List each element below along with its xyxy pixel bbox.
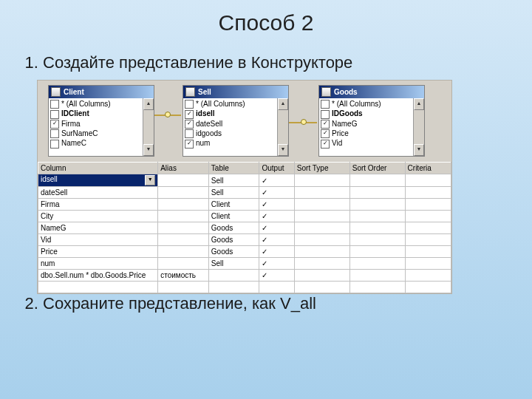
cell-criteria[interactable] — [405, 199, 451, 211]
scroll-down-icon[interactable]: ▼ — [414, 144, 424, 156]
header-criteria[interactable]: Criteria — [405, 163, 451, 174]
column-item[interactable]: Firma — [50, 119, 141, 129]
cell-sort-type[interactable] — [294, 222, 349, 234]
cell-criteria[interactable] — [405, 282, 451, 293]
cell-column[interactable]: Price — [38, 246, 158, 258]
grid-row[interactable]: PriceGoods✓ — [38, 246, 451, 258]
checkbox-icon[interactable] — [185, 120, 194, 129]
cell-alias[interactable] — [158, 222, 209, 234]
checkbox-icon[interactable] — [50, 110, 59, 119]
cell-output[interactable]: ✓ — [259, 187, 294, 199]
cell-sort-type[interactable] — [294, 246, 349, 258]
cell-alias[interactable] — [158, 258, 209, 270]
cell-table[interactable] — [208, 282, 259, 293]
header-sort-type[interactable]: Sort Type — [294, 163, 349, 174]
scroll-down-icon[interactable]: ▼ — [278, 144, 288, 156]
cell-output[interactable]: ✓ — [259, 270, 294, 282]
cell-column[interactable]: City — [38, 211, 158, 222]
cell-table[interactable]: Goods — [208, 246, 259, 258]
cell-alias[interactable] — [158, 187, 209, 199]
table-goods[interactable]: Goods * (All Columns)IDGoodsNameGPriceVi… — [318, 85, 425, 157]
checkbox-icon[interactable] — [321, 110, 330, 119]
cell-column[interactable]: num — [38, 258, 158, 270]
cell-table[interactable]: Client — [208, 199, 259, 211]
column-item[interactable]: IDClient — [50, 109, 141, 118]
checkbox-icon[interactable] — [185, 140, 194, 149]
checkbox-icon[interactable] — [321, 100, 330, 109]
table-client-columns[interactable]: * (All Columns)IDClientFirmaSurNameCName… — [49, 98, 143, 156]
cell-sort-type[interactable] — [294, 282, 349, 293]
scrollbar[interactable]: ▲ ▼ — [143, 98, 154, 156]
cell-criteria[interactable] — [405, 211, 451, 222]
cell-table[interactable] — [208, 270, 259, 282]
checkbox-icon[interactable] — [185, 129, 194, 138]
cell-sort-type[interactable] — [294, 258, 349, 270]
table-sell[interactable]: Sell * (All Columns)idselldateSellidgood… — [183, 85, 289, 157]
checkbox-icon[interactable] — [50, 129, 59, 138]
scrollbar[interactable]: ▲ ▼ — [413, 98, 424, 156]
cell-output[interactable]: ✓ — [259, 246, 294, 258]
cell-output[interactable] — [259, 282, 294, 293]
header-table[interactable]: Table — [208, 163, 259, 174]
cell-column[interactable]: Vid — [38, 234, 158, 246]
scroll-up-icon[interactable]: ▲ — [414, 98, 424, 110]
cell-criteria[interactable] — [405, 187, 451, 199]
column-item[interactable]: dateSell — [185, 119, 276, 129]
table-sell-columns[interactable]: * (All Columns)idselldateSellidgoodsnum — [183, 98, 277, 156]
checkbox-icon[interactable] — [185, 110, 194, 119]
cell-criteria[interactable] — [405, 222, 451, 234]
cell-criteria[interactable] — [405, 258, 451, 270]
checkbox-icon[interactable] — [50, 120, 59, 129]
grid-row[interactable]: NameGGoods✓ — [38, 222, 451, 234]
column-item[interactable]: Vid — [321, 138, 412, 148]
column-item[interactable]: NameC — [50, 138, 141, 148]
cell-alias[interactable] — [158, 211, 209, 222]
cell-column[interactable]: NameG — [38, 222, 158, 234]
cell-output[interactable]: ✓ — [259, 234, 294, 246]
grid-row[interactable] — [38, 282, 451, 293]
grid-row[interactable]: VidGoods✓ — [38, 234, 451, 246]
cell-output[interactable]: ✓ — [259, 174, 294, 187]
cell-criteria[interactable] — [405, 270, 451, 282]
table-sell-title[interactable]: Sell — [183, 86, 288, 98]
cell-sort-order[interactable] — [349, 258, 405, 270]
cell-sort-order[interactable] — [349, 282, 405, 293]
cell-sort-order[interactable] — [349, 174, 405, 187]
cell-table[interactable]: Sell — [208, 258, 259, 270]
cell-table[interactable]: Goods — [208, 234, 259, 246]
cell-column[interactable]: dbo.Sell.num * dbo.Goods.Price — [38, 270, 158, 282]
column-item[interactable]: idgoods — [185, 129, 276, 138]
cell-column[interactable] — [38, 282, 158, 293]
cell-output[interactable]: ✓ — [259, 199, 294, 211]
cell-sort-type[interactable] — [294, 270, 349, 282]
grid-row[interactable]: idsell▼Sell✓ — [38, 174, 451, 187]
cell-sort-order[interactable] — [349, 211, 405, 222]
header-column[interactable]: Column — [38, 163, 158, 174]
cell-output[interactable]: ✓ — [259, 211, 294, 222]
cell-column[interactable]: Firma — [38, 199, 158, 211]
cell-criteria[interactable] — [405, 234, 451, 246]
cell-sort-type[interactable] — [294, 234, 349, 246]
scrollbar[interactable]: ▲ ▼ — [277, 98, 288, 156]
cell-column[interactable]: dateSell — [38, 187, 158, 199]
column-item[interactable]: SurNameC — [50, 129, 141, 138]
cell-sort-order[interactable] — [349, 222, 405, 234]
criteria-grid[interactable]: Column Alias Table Output Sort Type Sort… — [38, 162, 451, 293]
checkbox-icon[interactable] — [50, 100, 59, 109]
column-item[interactable]: Price — [321, 129, 412, 138]
table-client[interactable]: Client * (All Columns)IDClientFirmaSurNa… — [48, 85, 154, 157]
cell-alias[interactable] — [158, 174, 209, 187]
column-item[interactable]: * (All Columns) — [50, 99, 141, 109]
cell-table[interactable]: Sell — [208, 174, 259, 187]
cell-sort-order[interactable] — [349, 234, 405, 246]
checkbox-icon[interactable] — [50, 140, 59, 149]
cell-sort-type[interactable] — [294, 187, 349, 199]
cell-table[interactable]: Client — [208, 211, 259, 222]
cell-table[interactable]: Goods — [208, 222, 259, 234]
cell-alias[interactable]: стоимость — [158, 270, 209, 282]
column-item[interactable]: IDGoods — [321, 109, 412, 118]
cell-column[interactable]: idsell▼ — [38, 174, 158, 187]
header-alias[interactable]: Alias — [158, 163, 209, 174]
column-item[interactable]: idsell — [185, 109, 276, 118]
grid-row[interactable]: CityClient✓ — [38, 211, 451, 222]
